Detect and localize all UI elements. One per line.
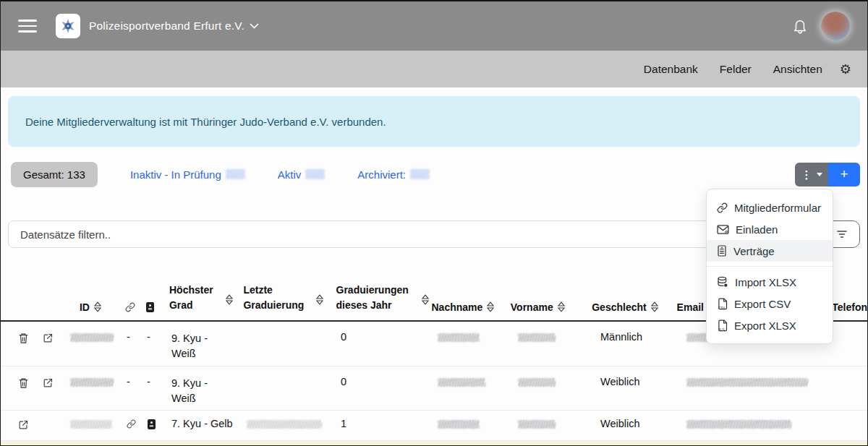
filter-lines-icon [837,230,847,239]
open-record-button[interactable] [43,333,54,343]
search-input[interactable] [8,220,789,248]
cell-link: - [127,331,147,343]
svg-text:CSV: CSV [718,306,726,309]
redacted-id [70,333,114,342]
column-header-hoechster-grad[interactable]: Höchster Grad [169,283,243,313]
column-header-letzte-graduierung[interactable]: Letzte Graduierung [243,283,330,313]
redacted-nachname [438,420,480,429]
menu-item-export-csv[interactable]: CSV Export CSV [707,293,833,314]
more-actions-button[interactable]: ⋮ [795,163,828,186]
sort-icon[interactable] [94,301,101,312]
column-header-id[interactable]: ID [69,301,125,313]
column-header-vorname[interactable]: Vorname [511,301,584,313]
column-header-link[interactable] [125,302,145,313]
menu-item-vertraege[interactable]: Verträge [707,240,833,262]
column-header-graduierungen-jahr[interactable]: Graduierungen dieses Jahr [331,283,430,313]
table-row: - - 9. Kyu - Weiß 0 Weiblich [1,366,867,411]
open-record-button[interactable] [18,419,29,430]
delete-row-button[interactable] [18,377,29,389]
cell-link[interactable] [127,418,147,431]
redacted-email [686,420,791,429]
avatar[interactable] [821,12,850,40]
redacted-id [70,378,114,387]
redacted-email [686,378,808,387]
kebab-menu-icon: ⋮ [801,169,812,180]
external-link-icon [43,377,54,388]
redacted-vorname [518,420,556,429]
redacted-nachname [438,333,480,342]
menu-divider [707,266,833,267]
cell-hoechster-grad: 9. Kyu - Weiß [171,331,247,361]
page-title: Polizeisportverband Erfurt e.V. [89,20,244,33]
tab-inaktiv[interactable]: Inaktiv - In Prüfung [130,168,245,181]
next-row-highlight [1,441,867,446]
menu-item-einladen[interactable]: Einladen [707,218,833,240]
top-bar: Polizeisportverband Erfurt e.V. [1,1,867,51]
cell-hoechster-grad: 9. Kyu - Weiß [171,376,247,406]
sort-icon[interactable] [558,301,565,312]
cell-link: - [127,376,147,387]
tab-datenbank[interactable]: Datenbank [644,63,698,76]
menu-item-mitgliederformular[interactable]: Mitgliederformular [707,197,833,218]
cell-graduierungen-jahr: 0 [335,376,436,387]
tab-gesamt[interactable]: Gesamt: 133 [11,162,98,187]
contact-card-icon [145,301,155,313]
trash-icon [18,333,29,344]
mail-icon [717,224,729,235]
open-record-button[interactable] [43,377,54,388]
sort-icon[interactable] [422,294,429,305]
add-member-button[interactable]: + [828,163,860,186]
plus-icon: + [840,166,848,182]
cell-hoechster-grad: 7. Kyu - Gelb [171,418,247,429]
redacted-id [70,420,112,429]
more-actions-dropdown: Mitgliederformular Einladen Verträge Imp… [706,189,833,344]
cell-graduierungen-jahr: 0 [335,331,436,343]
redacted-letzte-graduierung [247,420,322,429]
bell-icon[interactable] [792,17,808,35]
external-link-icon [18,419,29,430]
column-header-contact[interactable] [145,301,169,313]
column-header-geschlecht[interactable]: Geschlecht [584,301,666,313]
cell-contact: - [147,331,171,343]
svg-text:XLS: XLS [718,327,725,331]
cell-geschlecht: Weiblich [592,376,676,387]
connection-banner: Deine Mitgliederverwaltung ist mit Thüri… [8,96,860,147]
gear-icon[interactable]: ⚙ [840,63,851,76]
file-csv-icon: CSV [717,298,728,310]
contact-card-icon [147,419,156,430]
redacted-vorname [518,378,556,387]
sort-icon[interactable] [316,294,323,305]
tab-felder[interactable]: Felder [720,63,752,76]
status-tabs-row: Gesamt: 133 Inaktiv - In Prüfung Aktiv A… [11,161,860,187]
avatar-photo-blurred [821,12,850,40]
link-icon [127,419,136,429]
redacted-vorname [518,333,556,342]
sort-icon[interactable] [226,294,233,305]
police-star-icon [59,17,77,35]
sort-icon[interactable] [487,301,494,312]
chevron-down-icon[interactable] [250,23,259,29]
tab-aktiv[interactable]: Aktiv [278,168,326,181]
column-header-telefon[interactable]: Telefon [832,301,867,313]
database-icon [717,276,728,288]
external-link-icon [43,333,54,343]
menu-item-export-xlsx[interactable]: XLS Export XLSX [707,314,833,336]
cell-contact[interactable] [147,418,171,432]
cell-geschlecht: Weiblich [592,418,676,429]
redacted-count [410,169,430,179]
redacted-nachname [438,378,485,387]
club-logo[interactable] [56,14,80,38]
column-header-nachname[interactable]: Nachname [430,301,511,313]
redacted-count [305,169,325,179]
action-button-group: ⋮ + [795,163,860,186]
delete-row-button[interactable] [18,333,29,344]
tab-ansichten[interactable]: Ansichten [773,63,822,76]
sort-icon[interactable] [651,301,658,312]
redacted-count [226,169,245,179]
table-row: 7. Kyu - Gelb 1 Weiblich [1,411,867,441]
caret-down-icon [817,173,822,176]
hamburger-menu-icon[interactable] [18,20,37,33]
document-icon [717,245,727,257]
tab-archiviert[interactable]: Archiviert: [357,168,430,181]
menu-item-import-xlsx[interactable]: Import XLSX [707,271,833,293]
